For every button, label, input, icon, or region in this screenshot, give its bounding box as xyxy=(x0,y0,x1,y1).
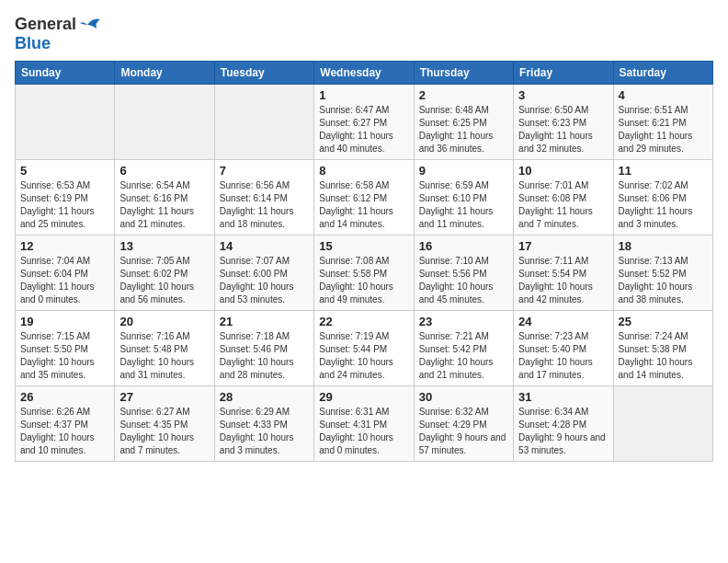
page-header: General Blue xyxy=(15,15,713,53)
day-info: Sunrise: 7:24 AM Sunset: 5:38 PM Dayligh… xyxy=(619,330,708,382)
day-number: 31 xyxy=(518,390,608,404)
day-cell: 11Sunrise: 7:02 AM Sunset: 6:06 PM Dayli… xyxy=(613,160,712,236)
day-info: Sunrise: 7:19 AM Sunset: 5:44 PM Dayligh… xyxy=(319,330,408,382)
day-number: 14 xyxy=(220,239,309,253)
day-info: Sunrise: 6:54 AM Sunset: 6:16 PM Dayligh… xyxy=(119,179,209,231)
day-info: Sunrise: 7:23 AM Sunset: 5:40 PM Dayligh… xyxy=(518,330,608,382)
day-number: 9 xyxy=(419,164,508,178)
day-info: Sunrise: 6:50 AM Sunset: 6:23 PM Dayligh… xyxy=(518,104,608,155)
day-info: Sunrise: 7:08 AM Sunset: 5:58 PM Dayligh… xyxy=(319,255,408,306)
day-info: Sunrise: 7:04 AM Sunset: 6:04 PM Dayligh… xyxy=(20,255,109,306)
day-cell: 9Sunrise: 6:59 AM Sunset: 6:10 PM Daylig… xyxy=(414,160,513,236)
logo-blue-text: Blue xyxy=(15,34,51,52)
day-cell: 13Sunrise: 7:05 AM Sunset: 6:02 PM Dayli… xyxy=(115,236,214,311)
day-cell: 19Sunrise: 7:15 AM Sunset: 5:50 PM Dayli… xyxy=(16,311,115,386)
day-number: 11 xyxy=(619,164,708,178)
header-tuesday: Tuesday xyxy=(214,62,313,85)
day-number: 19 xyxy=(20,315,109,328)
day-cell: 28Sunrise: 6:29 AM Sunset: 4:33 PM Dayli… xyxy=(214,386,313,462)
day-info: Sunrise: 6:31 AM Sunset: 4:31 PM Dayligh… xyxy=(319,406,408,457)
day-cell: 30Sunrise: 6:32 AM Sunset: 4:29 PM Dayli… xyxy=(414,386,513,462)
week-row-1: 1Sunrise: 6:47 AM Sunset: 6:27 PM Daylig… xyxy=(16,85,713,160)
day-cell: 25Sunrise: 7:24 AM Sunset: 5:38 PM Dayli… xyxy=(613,311,712,386)
day-info: Sunrise: 6:47 AM Sunset: 6:27 PM Dayligh… xyxy=(319,104,408,155)
day-number: 1 xyxy=(319,88,408,102)
day-info: Sunrise: 7:10 AM Sunset: 5:56 PM Dayligh… xyxy=(419,255,508,306)
day-cell: 24Sunrise: 7:23 AM Sunset: 5:40 PM Dayli… xyxy=(514,311,613,386)
day-number: 28 xyxy=(220,390,309,404)
day-info: Sunrise: 7:15 AM Sunset: 5:50 PM Dayligh… xyxy=(20,330,109,382)
day-cell: 18Sunrise: 7:13 AM Sunset: 5:52 PM Dayli… xyxy=(613,236,712,311)
day-number: 23 xyxy=(419,315,508,328)
header-sunday: Sunday xyxy=(16,62,115,85)
day-number: 22 xyxy=(319,315,408,328)
day-cell: 2Sunrise: 6:48 AM Sunset: 6:25 PM Daylig… xyxy=(414,85,513,160)
day-cell: 10Sunrise: 7:01 AM Sunset: 6:08 PM Dayli… xyxy=(514,160,613,236)
day-number: 5 xyxy=(20,164,109,178)
week-row-4: 19Sunrise: 7:15 AM Sunset: 5:50 PM Dayli… xyxy=(16,311,713,386)
day-cell: 4Sunrise: 6:51 AM Sunset: 6:21 PM Daylig… xyxy=(613,85,712,160)
day-cell: 27Sunrise: 6:27 AM Sunset: 4:35 PM Dayli… xyxy=(115,386,214,462)
logo-general-text: General xyxy=(15,15,76,34)
day-number: 13 xyxy=(119,239,209,253)
day-number: 17 xyxy=(518,239,608,253)
day-cell: 22Sunrise: 7:19 AM Sunset: 5:44 PM Dayli… xyxy=(314,311,414,386)
day-info: Sunrise: 6:48 AM Sunset: 6:25 PM Dayligh… xyxy=(419,104,508,155)
day-cell: 14Sunrise: 7:07 AM Sunset: 6:00 PM Dayli… xyxy=(214,236,313,311)
day-cell: 15Sunrise: 7:08 AM Sunset: 5:58 PM Dayli… xyxy=(314,236,414,311)
logo: General Blue xyxy=(15,15,100,53)
day-cell xyxy=(115,85,214,160)
day-cell: 21Sunrise: 7:18 AM Sunset: 5:46 PM Dayli… xyxy=(214,311,313,386)
day-number: 12 xyxy=(20,239,109,253)
day-cell: 23Sunrise: 7:21 AM Sunset: 5:42 PM Dayli… xyxy=(414,311,513,386)
day-cell xyxy=(214,85,313,160)
day-number: 18 xyxy=(619,239,708,253)
day-cell: 7Sunrise: 6:56 AM Sunset: 6:14 PM Daylig… xyxy=(214,160,313,236)
week-row-5: 26Sunrise: 6:26 AM Sunset: 4:37 PM Dayli… xyxy=(16,386,713,462)
day-info: Sunrise: 7:05 AM Sunset: 6:02 PM Dayligh… xyxy=(119,255,209,306)
day-info: Sunrise: 6:29 AM Sunset: 4:33 PM Dayligh… xyxy=(220,406,309,457)
day-number: 27 xyxy=(119,390,209,404)
header-row: SundayMondayTuesdayWednesdayThursdayFrid… xyxy=(16,62,713,85)
day-info: Sunrise: 7:16 AM Sunset: 5:48 PM Dayligh… xyxy=(119,330,209,382)
calendar-table: SundayMondayTuesdayWednesdayThursdayFrid… xyxy=(15,61,713,462)
day-info: Sunrise: 7:01 AM Sunset: 6:08 PM Dayligh… xyxy=(518,179,608,231)
week-row-3: 12Sunrise: 7:04 AM Sunset: 6:04 PM Dayli… xyxy=(16,236,713,311)
day-info: Sunrise: 7:02 AM Sunset: 6:06 PM Dayligh… xyxy=(619,179,708,231)
day-cell: 3Sunrise: 6:50 AM Sunset: 6:23 PM Daylig… xyxy=(514,85,613,160)
header-wednesday: Wednesday xyxy=(314,62,414,85)
day-cell: 1Sunrise: 6:47 AM Sunset: 6:27 PM Daylig… xyxy=(314,85,414,160)
day-number: 15 xyxy=(319,239,408,253)
day-number: 30 xyxy=(419,390,508,404)
day-info: Sunrise: 6:59 AM Sunset: 6:10 PM Dayligh… xyxy=(419,179,508,231)
day-cell: 31Sunrise: 6:34 AM Sunset: 4:28 PM Dayli… xyxy=(514,386,613,462)
day-cell: 17Sunrise: 7:11 AM Sunset: 5:54 PM Dayli… xyxy=(514,236,613,311)
day-info: Sunrise: 7:21 AM Sunset: 5:42 PM Dayligh… xyxy=(419,330,508,382)
day-number: 3 xyxy=(518,88,608,102)
header-monday: Monday xyxy=(115,62,214,85)
day-info: Sunrise: 6:34 AM Sunset: 4:28 PM Dayligh… xyxy=(518,406,608,457)
day-cell: 6Sunrise: 6:54 AM Sunset: 6:16 PM Daylig… xyxy=(115,160,214,236)
header-saturday: Saturday xyxy=(613,62,712,85)
day-number: 29 xyxy=(319,390,408,404)
day-info: Sunrise: 6:51 AM Sunset: 6:21 PM Dayligh… xyxy=(619,104,708,155)
day-number: 20 xyxy=(119,315,209,328)
header-friday: Friday xyxy=(514,62,613,85)
day-info: Sunrise: 6:27 AM Sunset: 4:35 PM Dayligh… xyxy=(119,406,209,457)
day-cell: 16Sunrise: 7:10 AM Sunset: 5:56 PM Dayli… xyxy=(414,236,513,311)
header-thursday: Thursday xyxy=(414,62,513,85)
day-info: Sunrise: 6:32 AM Sunset: 4:29 PM Dayligh… xyxy=(419,406,508,457)
day-info: Sunrise: 7:07 AM Sunset: 6:00 PM Dayligh… xyxy=(220,255,309,306)
day-info: Sunrise: 6:56 AM Sunset: 6:14 PM Dayligh… xyxy=(220,179,309,231)
day-number: 25 xyxy=(619,315,708,328)
day-number: 16 xyxy=(419,239,508,253)
day-number: 26 xyxy=(20,390,109,404)
week-row-2: 5Sunrise: 6:53 AM Sunset: 6:19 PM Daylig… xyxy=(16,160,713,236)
day-number: 21 xyxy=(220,315,309,328)
day-cell xyxy=(613,386,712,462)
day-cell: 29Sunrise: 6:31 AM Sunset: 4:31 PM Dayli… xyxy=(314,386,414,462)
day-number: 8 xyxy=(319,164,408,178)
day-cell: 8Sunrise: 6:58 AM Sunset: 6:12 PM Daylig… xyxy=(314,160,414,236)
day-info: Sunrise: 6:53 AM Sunset: 6:19 PM Dayligh… xyxy=(20,179,109,231)
day-number: 10 xyxy=(518,164,608,178)
